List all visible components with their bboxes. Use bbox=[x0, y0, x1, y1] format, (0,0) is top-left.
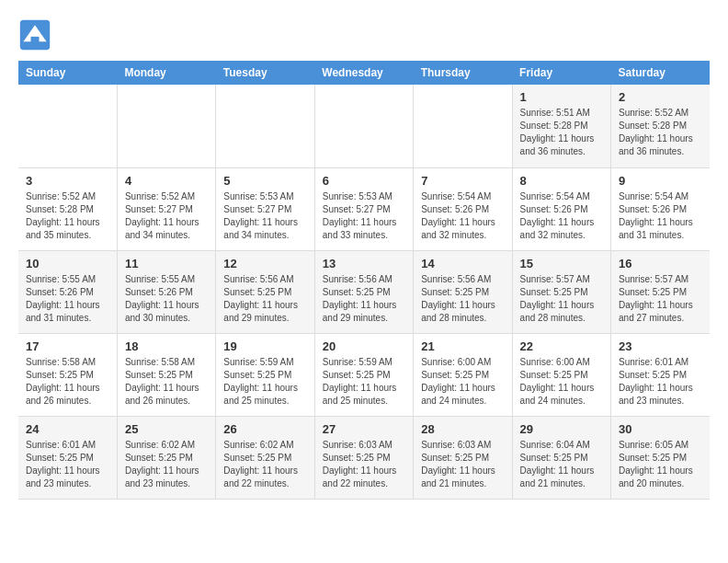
day-info: Sunrise: 6:02 AM Sunset: 5:25 PM Dayligh… bbox=[223, 439, 306, 490]
day-number: 1 bbox=[520, 90, 603, 104]
day-info: Sunrise: 5:59 AM Sunset: 5:25 PM Dayligh… bbox=[223, 356, 306, 408]
calendar-cell: 13Sunrise: 5:56 AM Sunset: 5:25 PM Dayli… bbox=[314, 250, 413, 333]
day-info: Sunrise: 6:03 AM Sunset: 5:25 PM Dayligh… bbox=[421, 439, 504, 490]
calendar-cell: 11Sunrise: 5:55 AM Sunset: 5:26 PM Dayli… bbox=[117, 250, 215, 333]
calendar-cell: 7Sunrise: 5:54 AM Sunset: 5:26 PM Daylig… bbox=[414, 167, 512, 250]
calendar-week-5: 24Sunrise: 6:01 AM Sunset: 5:25 PM Dayli… bbox=[18, 416, 710, 499]
day-number: 2 bbox=[619, 90, 702, 104]
day-number: 15 bbox=[520, 257, 603, 270]
calendar-cell: 16Sunrise: 5:57 AM Sunset: 5:25 PM Dayli… bbox=[611, 250, 710, 333]
col-header-tuesday: Tuesday bbox=[216, 61, 314, 85]
day-info: Sunrise: 5:56 AM Sunset: 5:25 PM Dayligh… bbox=[223, 273, 306, 325]
calendar-cell: 23Sunrise: 6:01 AM Sunset: 5:25 PM Dayli… bbox=[611, 333, 710, 416]
calendar-cell: 22Sunrise: 6:00 AM Sunset: 5:25 PM Dayli… bbox=[512, 333, 610, 416]
day-number: 24 bbox=[26, 422, 109, 436]
calendar-cell: 10Sunrise: 5:55 AM Sunset: 5:26 PM Dayli… bbox=[18, 250, 117, 333]
calendar-cell: 25Sunrise: 6:02 AM Sunset: 5:25 PM Dayli… bbox=[117, 416, 215, 499]
day-number: 26 bbox=[223, 422, 306, 436]
day-info: Sunrise: 5:52 AM Sunset: 5:28 PM Dayligh… bbox=[619, 107, 702, 158]
day-info: Sunrise: 6:01 AM Sunset: 5:25 PM Dayligh… bbox=[26, 439, 109, 490]
calendar-cell: 29Sunrise: 6:04 AM Sunset: 5:25 PM Dayli… bbox=[512, 416, 610, 499]
day-number: 16 bbox=[619, 257, 702, 270]
calendar-cell: 18Sunrise: 5:58 AM Sunset: 5:25 PM Dayli… bbox=[117, 333, 215, 416]
day-number: 6 bbox=[323, 174, 405, 188]
calendar-cell: 1Sunrise: 5:51 AM Sunset: 5:28 PM Daylig… bbox=[512, 85, 610, 167]
day-number: 3 bbox=[26, 174, 109, 188]
calendar-cell: 15Sunrise: 5:57 AM Sunset: 5:25 PM Dayli… bbox=[512, 250, 610, 333]
calendar-week-2: 3Sunrise: 5:52 AM Sunset: 5:28 PM Daylig… bbox=[18, 167, 710, 250]
calendar-cell: 24Sunrise: 6:01 AM Sunset: 5:25 PM Dayli… bbox=[18, 416, 117, 499]
calendar-cell: 28Sunrise: 6:03 AM Sunset: 5:25 PM Dayli… bbox=[414, 416, 512, 499]
day-number: 19 bbox=[223, 339, 306, 353]
calendar-cell: 14Sunrise: 5:56 AM Sunset: 5:25 PM Dayli… bbox=[414, 250, 512, 333]
day-number: 4 bbox=[125, 174, 208, 188]
day-info: Sunrise: 5:58 AM Sunset: 5:25 PM Dayligh… bbox=[26, 356, 109, 408]
day-info: Sunrise: 5:58 AM Sunset: 5:25 PM Dayligh… bbox=[125, 356, 208, 408]
day-info: Sunrise: 6:03 AM Sunset: 5:25 PM Dayligh… bbox=[323, 439, 405, 490]
col-header-sunday: Sunday bbox=[18, 61, 117, 85]
day-info: Sunrise: 5:59 AM Sunset: 5:25 PM Dayligh… bbox=[323, 356, 405, 408]
day-number: 20 bbox=[323, 339, 405, 353]
logo bbox=[18, 18, 57, 52]
day-info: Sunrise: 6:05 AM Sunset: 5:25 PM Dayligh… bbox=[619, 439, 702, 490]
calendar-cell bbox=[117, 85, 215, 167]
calendar-table: SundayMondayTuesdayWednesdayThursdayFrid… bbox=[18, 61, 710, 500]
day-info: Sunrise: 5:55 AM Sunset: 5:26 PM Dayligh… bbox=[125, 273, 208, 325]
day-number: 28 bbox=[421, 422, 504, 436]
logo-icon bbox=[18, 18, 51, 52]
col-header-monday: Monday bbox=[117, 61, 215, 85]
col-header-friday: Friday bbox=[512, 61, 610, 85]
calendar-cell: 3Sunrise: 5:52 AM Sunset: 5:28 PM Daylig… bbox=[18, 167, 117, 250]
calendar-cell: 6Sunrise: 5:53 AM Sunset: 5:27 PM Daylig… bbox=[314, 167, 413, 250]
page-header bbox=[18, 18, 710, 52]
calendar-cell: 12Sunrise: 5:56 AM Sunset: 5:25 PM Dayli… bbox=[216, 250, 314, 333]
day-info: Sunrise: 5:54 AM Sunset: 5:26 PM Dayligh… bbox=[421, 190, 504, 242]
calendar-cell: 9Sunrise: 5:54 AM Sunset: 5:26 PM Daylig… bbox=[611, 167, 710, 250]
day-number: 7 bbox=[421, 174, 504, 188]
calendar-header-row: SundayMondayTuesdayWednesdayThursdayFrid… bbox=[18, 61, 710, 85]
calendar-cell: 4Sunrise: 5:52 AM Sunset: 5:27 PM Daylig… bbox=[117, 167, 215, 250]
day-number: 12 bbox=[223, 257, 306, 270]
calendar-cell: 21Sunrise: 6:00 AM Sunset: 5:25 PM Dayli… bbox=[414, 333, 512, 416]
calendar-cell: 17Sunrise: 5:58 AM Sunset: 5:25 PM Dayli… bbox=[18, 333, 117, 416]
day-number: 27 bbox=[323, 422, 405, 436]
day-info: Sunrise: 5:51 AM Sunset: 5:28 PM Dayligh… bbox=[520, 107, 603, 158]
day-info: Sunrise: 5:52 AM Sunset: 5:28 PM Dayligh… bbox=[26, 190, 109, 242]
calendar-cell bbox=[414, 85, 512, 167]
day-number: 25 bbox=[125, 422, 208, 436]
calendar-cell: 26Sunrise: 6:02 AM Sunset: 5:25 PM Dayli… bbox=[216, 416, 314, 499]
day-number: 9 bbox=[619, 174, 702, 188]
calendar-cell: 5Sunrise: 5:53 AM Sunset: 5:27 PM Daylig… bbox=[216, 167, 314, 250]
day-info: Sunrise: 5:55 AM Sunset: 5:26 PM Dayligh… bbox=[26, 273, 109, 325]
day-number: 14 bbox=[421, 257, 504, 270]
day-number: 11 bbox=[125, 257, 208, 270]
day-info: Sunrise: 5:54 AM Sunset: 5:26 PM Dayligh… bbox=[520, 190, 603, 242]
calendar-cell: 20Sunrise: 5:59 AM Sunset: 5:25 PM Dayli… bbox=[314, 333, 413, 416]
day-info: Sunrise: 5:54 AM Sunset: 5:26 PM Dayligh… bbox=[619, 190, 702, 242]
day-number: 18 bbox=[125, 339, 208, 353]
day-info: Sunrise: 6:00 AM Sunset: 5:25 PM Dayligh… bbox=[421, 356, 504, 408]
day-info: Sunrise: 5:56 AM Sunset: 5:25 PM Dayligh… bbox=[421, 273, 504, 325]
day-number: 5 bbox=[223, 174, 306, 188]
day-number: 22 bbox=[520, 339, 603, 353]
col-header-thursday: Thursday bbox=[414, 61, 512, 85]
day-number: 30 bbox=[619, 422, 702, 436]
calendar-cell: 2Sunrise: 5:52 AM Sunset: 5:28 PM Daylig… bbox=[611, 85, 710, 167]
col-header-saturday: Saturday bbox=[611, 61, 710, 85]
day-number: 29 bbox=[520, 422, 603, 436]
calendar-cell bbox=[314, 85, 413, 167]
day-info: Sunrise: 5:57 AM Sunset: 5:25 PM Dayligh… bbox=[520, 273, 603, 325]
calendar-week-4: 17Sunrise: 5:58 AM Sunset: 5:25 PM Dayli… bbox=[18, 333, 710, 416]
day-info: Sunrise: 6:01 AM Sunset: 5:25 PM Dayligh… bbox=[619, 356, 702, 408]
calendar-week-3: 10Sunrise: 5:55 AM Sunset: 5:26 PM Dayli… bbox=[18, 250, 710, 333]
calendar-cell: 30Sunrise: 6:05 AM Sunset: 5:25 PM Dayli… bbox=[611, 416, 710, 499]
calendar-cell: 8Sunrise: 5:54 AM Sunset: 5:26 PM Daylig… bbox=[512, 167, 610, 250]
day-number: 13 bbox=[323, 257, 405, 270]
day-info: Sunrise: 5:57 AM Sunset: 5:25 PM Dayligh… bbox=[619, 273, 702, 325]
day-number: 10 bbox=[26, 257, 109, 270]
calendar-week-1: 1Sunrise: 5:51 AM Sunset: 5:28 PM Daylig… bbox=[18, 85, 710, 167]
day-info: Sunrise: 5:56 AM Sunset: 5:25 PM Dayligh… bbox=[323, 273, 405, 325]
day-info: Sunrise: 6:04 AM Sunset: 5:25 PM Dayligh… bbox=[520, 439, 603, 490]
day-number: 17 bbox=[26, 339, 109, 353]
day-number: 21 bbox=[421, 339, 504, 353]
